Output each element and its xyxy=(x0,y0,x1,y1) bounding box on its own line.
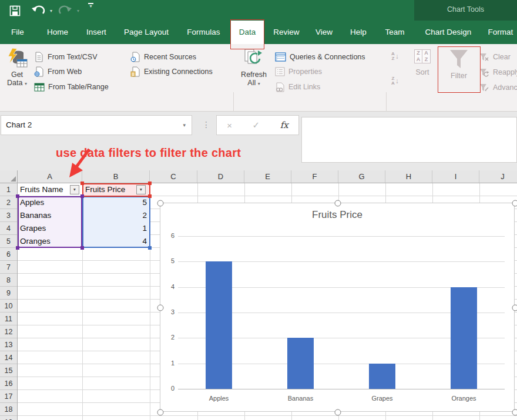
range-handle[interactable] xyxy=(16,246,19,250)
cell-A1[interactable]: Fruits Name xyxy=(20,183,69,196)
row-header-15[interactable]: 15 xyxy=(0,364,17,377)
column-header-J[interactable]: J xyxy=(479,170,517,183)
range-handle[interactable] xyxy=(148,246,152,250)
row-header-6[interactable]: 6 xyxy=(0,248,17,261)
cell-A2[interactable]: Apples xyxy=(20,196,79,209)
redo-button[interactable] xyxy=(58,3,73,18)
column-header-G[interactable]: G xyxy=(338,170,385,183)
column-header-F[interactable]: F xyxy=(291,170,338,183)
tab-team[interactable]: Team xyxy=(381,21,409,44)
cell-A4[interactable]: Grapes xyxy=(20,222,79,235)
row-header-12[interactable]: 12 xyxy=(0,325,17,338)
filter-dropdown-b1[interactable]: ▾ xyxy=(136,185,146,194)
cell-B5[interactable]: 4 xyxy=(83,235,147,248)
cell-B2[interactable]: 5 xyxy=(83,196,147,209)
range-handle[interactable] xyxy=(148,182,152,185)
chart-selection-handle[interactable] xyxy=(512,200,517,207)
cell-B3[interactable]: 2 xyxy=(83,209,147,222)
queries-connections-button[interactable]: Queries & Connections xyxy=(275,52,365,62)
row-header-14[interactable]: 14 xyxy=(0,351,17,364)
cell-B1[interactable]: Fruits Price xyxy=(85,183,136,196)
chart-selection-handle[interactable] xyxy=(157,305,164,311)
tab-help[interactable]: Help xyxy=(347,21,370,44)
chart-selection-handle[interactable] xyxy=(335,409,341,416)
recent-sources-button[interactable]: Recent Sources xyxy=(130,52,196,62)
formula-bar-input[interactable] xyxy=(301,117,517,163)
row-header-4[interactable]: 4 xyxy=(0,222,17,235)
chart-selection-handle[interactable] xyxy=(512,305,517,311)
range-handle[interactable] xyxy=(80,246,84,250)
column-header-H[interactable]: H xyxy=(385,170,432,183)
cancel-icon[interactable]: × xyxy=(227,120,232,130)
filter-button[interactable]: Filter xyxy=(442,48,476,80)
customize-qat-icon[interactable]: ▾ xyxy=(88,3,93,18)
row-header-18[interactable]: 18 xyxy=(0,403,17,416)
name-box[interactable]: Chart 2 ▾ xyxy=(1,115,192,135)
sort-button[interactable]: ZA AZ Sort xyxy=(410,49,435,76)
undo-dropdown-icon[interactable]: ▾ xyxy=(50,3,52,18)
enter-icon[interactable]: ✓ xyxy=(253,120,260,130)
properties-button[interactable]: Properties xyxy=(275,66,322,77)
row-header-2[interactable]: 2 xyxy=(0,196,17,209)
row-header-1[interactable]: 1 xyxy=(0,183,17,196)
filter-dropdown-a1[interactable]: ▾ xyxy=(70,185,79,194)
row-header-7[interactable]: 7 xyxy=(0,261,17,274)
insert-function-icon[interactable]: fx xyxy=(280,120,288,130)
range-handle[interactable] xyxy=(148,194,152,198)
formula-bar-options-icon[interactable]: ⋮ xyxy=(202,115,210,135)
name-box-dropdown-icon[interactable]: ▾ xyxy=(183,116,186,135)
existing-connections-button[interactable]: Existing Connections xyxy=(130,66,213,77)
range-handle[interactable] xyxy=(80,182,84,185)
chart-title[interactable]: Fruits Price xyxy=(160,209,514,221)
tab-page-layout[interactable]: Page Layout xyxy=(120,21,172,44)
select-all-button[interactable] xyxy=(0,170,18,183)
cell-A5[interactable]: Oranges xyxy=(20,235,79,248)
get-data-button[interactable]: Get Data ▾ xyxy=(2,48,32,88)
tab-file[interactable]: File xyxy=(5,21,31,44)
chart-selection-handle[interactable] xyxy=(512,409,517,416)
row-header-17[interactable]: 17 xyxy=(0,390,17,403)
tab-view[interactable]: View xyxy=(311,21,337,44)
row-header-13[interactable]: 13 xyxy=(0,338,17,351)
range-handle[interactable] xyxy=(80,194,84,198)
from-web-button[interactable]: From Web xyxy=(34,66,82,77)
undo-button[interactable] xyxy=(31,3,46,18)
sort-ascending-button[interactable]: AZ ↓ xyxy=(391,52,399,61)
refresh-all-button[interactable]: Refresh All ▾ xyxy=(237,48,270,88)
chart-selection-handle[interactable] xyxy=(157,409,164,416)
range-handle[interactable] xyxy=(16,194,19,198)
row-header-5[interactable]: 5 xyxy=(0,235,17,248)
row-header-19[interactable]: 19 xyxy=(0,416,17,420)
embedded-chart[interactable]: Fruits Price 0123456ApplesBananasGrapesO… xyxy=(160,203,515,412)
chart-bar-bananas[interactable] xyxy=(287,338,314,389)
tab-review[interactable]: Review xyxy=(270,21,303,44)
chart-bar-apples[interactable] xyxy=(206,261,232,389)
reapply-filter-button[interactable]: Reapply xyxy=(479,67,517,78)
chart-selection-handle[interactable] xyxy=(157,200,164,207)
row-header-11[interactable]: 11 xyxy=(0,313,17,325)
column-header-I[interactable]: I xyxy=(432,170,479,183)
column-header-E[interactable]: E xyxy=(244,170,291,183)
edit-links-button[interactable]: Edit Links xyxy=(275,82,320,92)
tab-format[interactable]: Format xyxy=(484,21,517,44)
clear-filter-button[interactable]: Clear xyxy=(479,52,511,62)
cell-B4[interactable]: 1 xyxy=(83,222,147,235)
row-header-3[interactable]: 3 xyxy=(0,209,17,222)
chart-selection-handle[interactable] xyxy=(335,200,341,207)
from-text-csv-button[interactable]: From Text/CSV xyxy=(34,52,98,62)
cell-A3[interactable]: Bananas xyxy=(20,209,79,222)
tab-home[interactable]: Home xyxy=(42,21,73,44)
tab-chart-design[interactable]: Chart Design xyxy=(421,21,476,44)
save-icon[interactable] xyxy=(9,3,21,18)
chart-bar-oranges[interactable] xyxy=(451,287,477,389)
row-header-9[interactable]: 9 xyxy=(0,287,17,300)
row-header-16[interactable]: 16 xyxy=(0,377,17,390)
sort-descending-button[interactable]: ZA ↓ xyxy=(391,76,399,86)
tab-insert[interactable]: Insert xyxy=(81,21,112,44)
chart-bar-grapes[interactable] xyxy=(369,364,395,389)
column-header-D[interactable]: D xyxy=(197,170,244,183)
tab-formulas[interactable]: Formulas xyxy=(183,21,224,44)
from-table-range-button[interactable]: From Table/Range xyxy=(34,82,109,92)
row-header-10[interactable]: 10 xyxy=(0,300,17,313)
row-header-8[interactable]: 8 xyxy=(0,274,17,287)
